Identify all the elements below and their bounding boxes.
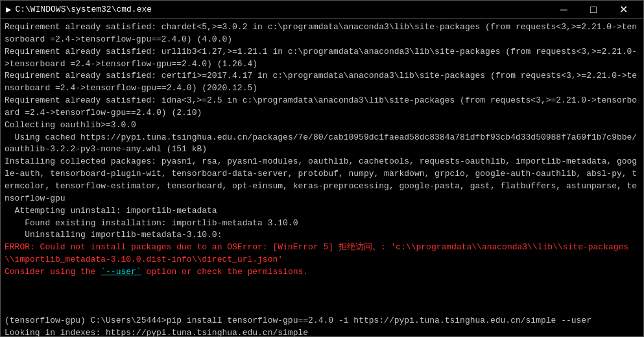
line-8: Attempting uninstall: importlib-metadata	[5, 206, 217, 216]
line-6: Using cached https://pypi.tuna.tsinghua.…	[5, 132, 637, 155]
line-10: Uninstalling importlib-metadata-3.10.0:	[5, 230, 222, 240]
line-blank-1	[5, 292, 10, 301]
cmd-window: ▶ C:\WINDOWS\system32\cmd.exe ─ □ ✕ Requ…	[0, 0, 644, 337]
line-blank-2	[5, 303, 10, 313]
line-error-2: Consider using the `--user` option or ch…	[5, 267, 308, 277]
terminal-output: Requirement already satisfied: chardet<5…	[1, 19, 643, 336]
line-prompt-1: (tensorflow-gpu) C:\Users\25444>pip inst…	[5, 316, 591, 325]
line-9: Found existing installation: importlib-m…	[5, 218, 298, 228]
cmd-icon: ▶	[6, 4, 11, 15]
line-3: Requirement already satisfied: certifi>=…	[5, 71, 637, 93]
line-error-1: ERROR: Could not install packages due to…	[5, 242, 628, 264]
title-bar: ▶ C:\WINDOWS\system32\cmd.exe ─ □ ✕	[1, 1, 643, 19]
line-2: Requirement already satisfied: urllib3<1…	[5, 47, 637, 69]
minimize-button[interactable]: ─	[549, 1, 578, 19]
window-controls: ─ □ ✕	[549, 1, 638, 19]
line-7: Installing collected packages: pyasn1, r…	[5, 156, 637, 203]
line-looking: Looking in indexes: https://pypi.tuna.ts…	[5, 328, 308, 336]
maximize-button[interactable]: □	[578, 1, 608, 19]
window-title: C:\WINDOWS\system32\cmd.exe	[15, 5, 549, 14]
line-4: Requirement already satisfied: idna<3,>=…	[5, 95, 637, 118]
line-1: Requirement already satisfied: chardet<5…	[5, 22, 637, 44]
close-button[interactable]: ✕	[608, 1, 638, 19]
line-5: Collecting oauthlib>=3.0.0	[5, 120, 136, 130]
